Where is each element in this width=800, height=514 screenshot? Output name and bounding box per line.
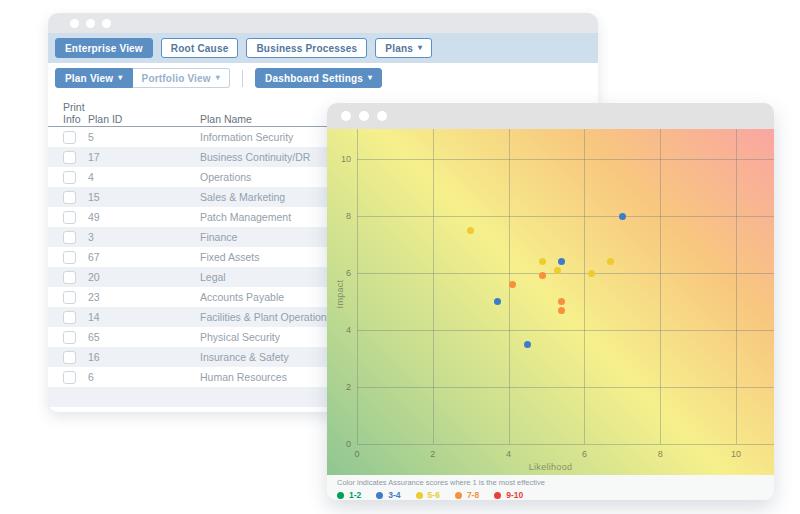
row-checkbox[interactable]	[63, 251, 76, 264]
plan-id-cell: 14	[88, 311, 200, 323]
y-tick-label: 6	[331, 268, 351, 278]
tab-business-processes[interactable]: Business Processes	[246, 38, 367, 58]
chevron-down-icon: ▾	[216, 74, 220, 82]
row-checkbox[interactable]	[63, 311, 76, 324]
row-checkbox[interactable]	[63, 151, 76, 164]
risk-heatmap-plot: Impact Likelihood 02468100246810	[327, 129, 774, 475]
dashboard-settings-button[interactable]: Dashboard Settings ▾	[255, 68, 382, 88]
chevron-down-icon: ▾	[418, 44, 422, 52]
legend-caption: Color indicates Assurance scores where 1…	[337, 478, 774, 487]
gridline-vertical	[736, 129, 737, 444]
legend-dot-icon	[494, 492, 501, 499]
row-checkbox[interactable]	[63, 291, 76, 304]
gridline-horizontal	[357, 273, 774, 274]
gridline-vertical	[584, 129, 585, 444]
gridline-horizontal	[357, 159, 774, 160]
plan-id-cell: 20	[88, 271, 200, 283]
row-checkbox[interactable]	[63, 231, 76, 244]
row-checkbox[interactable]	[63, 191, 76, 204]
scatter-point[interactable]	[524, 341, 531, 348]
legend-label: 5-6	[428, 490, 440, 500]
window-control-dot[interactable]	[86, 19, 95, 28]
scatter-point[interactable]	[558, 258, 565, 265]
plan-id-cell: 15	[88, 191, 200, 203]
button-label: Plan View	[65, 73, 113, 84]
legend-dot-icon	[376, 492, 383, 499]
x-tick-label: 0	[349, 449, 365, 459]
plan-id-cell: 5	[88, 131, 200, 143]
scatter-point[interactable]	[494, 298, 501, 305]
legend-item: 5-6	[416, 490, 440, 500]
plan-id-cell: 3	[88, 231, 200, 243]
gridline-vertical	[660, 129, 661, 444]
risk-chart-window: Impact Likelihood 02468100246810 Color i…	[327, 103, 774, 500]
x-tick-label: 4	[501, 449, 517, 459]
tab-label: Plans	[385, 43, 413, 54]
view-mode-toolbar: Plan View ▾ Portfolio View ▾ Dashboard S…	[48, 63, 598, 93]
gridline-horizontal	[357, 330, 774, 331]
gridline-vertical	[357, 129, 358, 444]
legend-item: 9-10	[494, 490, 523, 500]
scatter-point[interactable]	[588, 270, 595, 277]
x-tick-label: 6	[576, 449, 592, 459]
toolbar-divider	[242, 70, 243, 87]
x-tick-label: 10	[728, 449, 744, 459]
plan-id-cell: 6	[88, 371, 200, 383]
legend-dot-icon	[337, 492, 344, 499]
chevron-down-icon: ▾	[118, 74, 122, 82]
desktop: Enterprise View Root Cause Business Proc…	[0, 0, 800, 514]
window-control-dot[interactable]	[341, 111, 351, 121]
column-header-print-info: Print Info	[63, 101, 91, 129]
tab-label: Root Cause	[171, 43, 229, 54]
scatter-point[interactable]	[509, 281, 516, 288]
row-checkbox[interactable]	[63, 211, 76, 224]
row-checkbox[interactable]	[63, 171, 76, 184]
scatter-point[interactable]	[467, 227, 474, 234]
tab-label: Enterprise View	[65, 43, 143, 54]
y-tick-label: 10	[331, 154, 351, 164]
tab-enterprise-view[interactable]: Enterprise View	[55, 38, 153, 58]
tab-plans-dropdown[interactable]: Plans ▾	[375, 38, 432, 58]
tab-root-cause[interactable]: Root Cause	[161, 38, 239, 58]
button-label: Dashboard Settings	[265, 73, 363, 84]
plan-view-button[interactable]: Plan View ▾	[55, 68, 133, 88]
scatter-point[interactable]	[607, 258, 614, 265]
row-checkbox[interactable]	[63, 131, 76, 144]
scatter-point[interactable]	[539, 258, 546, 265]
window-control-dot[interactable]	[377, 111, 387, 121]
chevron-down-icon: ▾	[368, 74, 372, 82]
window-control-dot[interactable]	[102, 19, 111, 28]
legend-item: 1-2	[337, 490, 361, 500]
scatter-point[interactable]	[539, 272, 546, 279]
row-checkbox[interactable]	[63, 351, 76, 364]
legend-label: 7-8	[467, 490, 479, 500]
tab-label: Business Processes	[256, 43, 357, 54]
window-control-dot[interactable]	[70, 19, 79, 28]
row-checkbox[interactable]	[63, 331, 76, 344]
y-tick-label: 0	[331, 439, 351, 449]
legend-label: 9-10	[506, 490, 523, 500]
scatter-point[interactable]	[558, 307, 565, 314]
view-tabs-toolbar: Enterprise View Root Cause Business Proc…	[48, 33, 598, 63]
gridline-horizontal	[357, 216, 774, 217]
window-titlebar	[48, 13, 598, 33]
plan-id-cell: 67	[88, 251, 200, 263]
row-checkbox[interactable]	[63, 371, 76, 384]
scatter-point[interactable]	[554, 267, 561, 274]
plan-id-cell: 49	[88, 211, 200, 223]
gridline-vertical	[433, 129, 434, 444]
assurance-legend: 1-23-45-67-89-10	[337, 490, 774, 500]
legend-dot-icon	[455, 492, 462, 499]
plan-id-cell: 17	[88, 151, 200, 163]
y-axis-label: Impact	[335, 280, 345, 309]
window-control-dot[interactable]	[359, 111, 369, 121]
scatter-point[interactable]	[558, 298, 565, 305]
x-axis-label: Likelihood	[327, 462, 774, 472]
portfolio-view-button[interactable]: Portfolio View ▾	[133, 68, 231, 88]
y-tick-label: 4	[331, 325, 351, 335]
scatter-point[interactable]	[619, 213, 626, 220]
legend-dot-icon	[416, 492, 423, 499]
plan-id-cell: 23	[88, 291, 200, 303]
row-checkbox[interactable]	[63, 271, 76, 284]
plan-id-cell: 16	[88, 351, 200, 363]
